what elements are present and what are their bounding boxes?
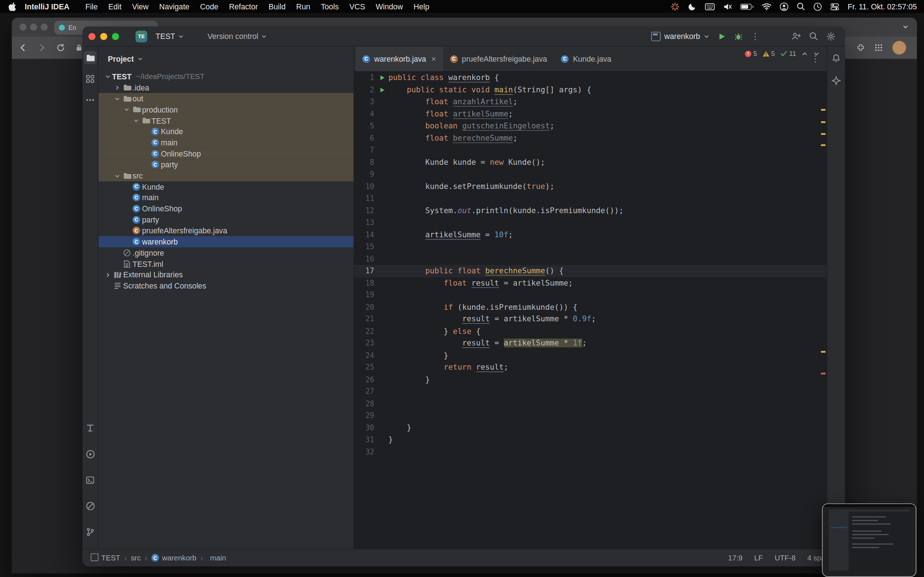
stripe-err-mark[interactable] [821, 372, 825, 374]
tree-row[interactable]: COnlineShop [99, 203, 354, 214]
more-toolwindows-icon[interactable] [84, 94, 97, 107]
notifications-bell-icon[interactable] [832, 54, 841, 63]
breadcrumb-item[interactable]: src [131, 554, 141, 562]
menu-item[interactable]: Run [291, 2, 315, 11]
search-everywhere-icon[interactable] [809, 32, 818, 40]
stripe-warn-mark[interactable] [821, 351, 825, 353]
browser-close-button[interactable] [19, 23, 27, 31]
code-line[interactable]: 6 float berechneSumme; [354, 132, 827, 144]
tree-chevron-down-icon[interactable] [131, 118, 140, 124]
menu-item[interactable]: Refactor [224, 2, 263, 11]
prev-problem-chevron-icon[interactable] [801, 50, 808, 57]
tree-row[interactable]: Cparty [99, 160, 354, 171]
tree-row[interactable]: .gitignore [99, 247, 354, 259]
mute-icon[interactable] [723, 3, 732, 10]
code-line[interactable]: 12 System.out.println(kunde.isPremiumkun… [354, 205, 827, 216]
tree-row[interactable]: Cparty [99, 214, 354, 226]
editor-tab[interactable]: CKunde.java [554, 47, 618, 71]
code-line[interactable]: 31} [354, 434, 827, 446]
battery-icon[interactable] [740, 3, 754, 10]
structure-toolwindow-icon[interactable] [84, 73, 97, 85]
tree-chevron-down-icon[interactable] [113, 96, 121, 102]
services-toolwindow-icon[interactable] [84, 422, 97, 435]
claude-app-icon[interactable] [671, 2, 680, 11]
screen-share-thumbnail[interactable] [822, 503, 916, 577]
tree-chevron-down-icon[interactable] [103, 74, 112, 80]
menu-item[interactable]: File [80, 2, 103, 11]
tree-row[interactable]: Scratches and Consoles [99, 280, 354, 292]
tree-row[interactable]: CKunde [99, 126, 354, 137]
editor-tab[interactable]: Cwarenkorb.java× [355, 47, 443, 71]
code-line[interactable]: 2 public static void main(String[] args)… [354, 84, 827, 96]
code-line[interactable]: 23 result = artikelSumme * 1f; [354, 338, 827, 350]
tree-chevron-down-icon[interactable] [122, 107, 131, 113]
tree-row[interactable]: External Libraries [99, 269, 354, 280]
tree-row[interactable]: Cmain [99, 137, 354, 148]
debug-button[interactable] [734, 32, 743, 40]
window-close-button[interactable] [89, 33, 96, 40]
code-line[interactable]: 1public class warenkorb { [354, 72, 827, 84]
error-count-badge[interactable]: !5 [745, 50, 757, 57]
browser-minimize-button[interactable] [30, 23, 37, 31]
code-line[interactable]: 21 result = artikelSumme * 0.9f; [354, 313, 827, 325]
code-line[interactable]: 10 kunde.setPremiumkunde(true); [354, 180, 827, 192]
tree-chevron-down-icon[interactable] [113, 173, 121, 179]
menu-item[interactable]: Build [263, 2, 291, 11]
code-line[interactable]: 18 float result = artikelSumme; [354, 277, 827, 289]
browser-refresh-icon[interactable] [57, 44, 65, 52]
code-line[interactable]: 14 artikelSumme = 10f; [354, 229, 827, 240]
tree-row[interactable]: out [99, 93, 354, 105]
code-line[interactable]: 32 [354, 446, 827, 458]
user-account-icon[interactable] [780, 2, 789, 11]
line-separator[interactable]: LF [754, 554, 763, 562]
code-line[interactable]: 28 [354, 398, 827, 410]
stripe-warn-mark[interactable] [821, 144, 825, 146]
stripe-warn-mark[interactable] [821, 121, 825, 123]
ai-assistant-icon[interactable] [832, 76, 841, 85]
code-line[interactable]: 24 } [354, 350, 827, 361]
browser-forward-icon[interactable] [37, 44, 46, 52]
tree-chevron-right-icon[interactable] [113, 85, 121, 90]
stripe-warn-mark[interactable] [821, 109, 825, 111]
keyboard-icon[interactable] [705, 3, 715, 10]
breadcrumb-item[interactable]: TEST [90, 553, 120, 562]
project-toolwindow-icon[interactable] [84, 51, 97, 64]
settings-gear-icon[interactable] [826, 31, 835, 41]
caret-position[interactable]: 17:9 [728, 554, 743, 562]
tab-close-icon[interactable]: × [431, 55, 436, 63]
git-toolwindow-icon[interactable] [84, 525, 97, 538]
code-line[interactable]: 4 float artikelSumme; [354, 108, 827, 120]
tree-row[interactable]: TEST~/IdeaProjects/TEST [99, 71, 354, 82]
menubar-clock[interactable]: Fr. 11. Okt. 02:57:05 [848, 2, 917, 11]
vcs-widget[interactable]: Version control [204, 32, 270, 40]
menu-item[interactable]: Code [195, 2, 224, 11]
more-run-options-icon[interactable]: ⋮ [751, 31, 759, 42]
code-line[interactable]: 16 [354, 253, 827, 265]
run-toolwindow-icon[interactable] [84, 448, 97, 461]
menu-item[interactable]: Edit [103, 2, 127, 11]
terminal-toolwindow-icon[interactable] [84, 474, 97, 487]
run-button[interactable] [718, 32, 726, 40]
code-line[interactable]: 13 [354, 217, 827, 229]
menu-item[interactable]: View [127, 2, 154, 11]
code-line[interactable]: 27 [354, 385, 827, 397]
menu-item[interactable]: Window [370, 2, 408, 11]
passed-count-badge[interactable]: 11 [780, 50, 796, 57]
browser-tab-overflow-chevron-icon[interactable] [902, 23, 909, 30]
code-editor[interactable]: 1public class warenkorb {2 public static… [354, 72, 827, 548]
project-selector[interactable]: TEST [152, 32, 187, 40]
apple-menu-icon[interactable] [8, 2, 16, 11]
code-line[interactable]: 9 [354, 168, 827, 180]
code-line[interactable]: 7 [354, 144, 827, 156]
browser-profile-avatar[interactable] [892, 41, 906, 55]
breadcrumb-item[interactable]: main [207, 554, 226, 562]
control-center-icon[interactable] [830, 3, 839, 10]
code-line[interactable]: 25 return result; [354, 361, 827, 373]
tree-row[interactable]: .idea [99, 82, 354, 93]
window-minimize-button[interactable] [100, 33, 108, 40]
code-line[interactable]: 29 [354, 410, 827, 422]
tree-chevron-right-icon[interactable] [103, 272, 112, 278]
menu-item[interactable]: Help [408, 2, 435, 11]
tree-row[interactable]: Cwarenkorb [99, 236, 354, 247]
spotlight-search-icon[interactable] [797, 3, 805, 11]
